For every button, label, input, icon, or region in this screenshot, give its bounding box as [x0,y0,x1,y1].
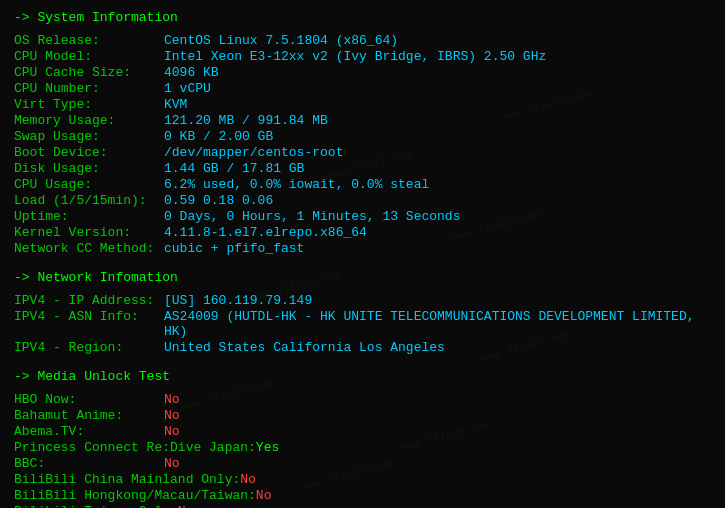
ipv4-region-value: United States California Los Angeles [164,340,445,355]
uptime-row: Uptime: 0 Days, 0 Hours, 1 Minutes, 13 S… [14,209,711,224]
bilibili-taiwan-label: Bilibili Taiwan Only: [14,504,178,508]
ipv4-asn-label: IPV4 - ASN Info: [14,309,164,339]
boot-device-row: Boot Device: /dev/mapper/centos-root [14,145,711,160]
bilibili-hk-value: No [256,488,272,503]
swap-usage-value: 0 KB / 2.00 GB [164,129,273,144]
hbo-now-row: HBO Now: No [14,392,711,407]
kernel-version-value: 4.11.8-1.el7.elrepo.x86_64 [164,225,367,240]
bbc-label: BBC: [14,456,164,471]
bilibili-taiwan-row: Bilibili Taiwan Only: No [14,504,711,508]
virt-type-label: Virt Type: [14,97,164,112]
bahamut-value: No [164,408,180,423]
ipv4-region-label: IPV4 - Region: [14,340,164,355]
bilibili-hk-label: BiliBili Hongkong/Macau/Taiwan: [14,488,256,503]
kernel-version-label: Kernel Version: [14,225,164,240]
cpu-model-label: CPU Model: [14,49,164,64]
os-release-value: CentOS Linux 7.5.1804 (x86_64) [164,33,398,48]
cpu-usage-label: CPU Usage: [14,177,164,192]
load-row: Load (1/5/15min): 0.59 0.18 0.06 [14,193,711,208]
media-unlock-block: -> Media Unlock Test HBO Now: No Bahamut… [14,369,711,508]
bahamut-label: Bahamut Anime: [14,408,164,423]
princess-connect-label: Princess Connect Re:Dive Japan: [14,440,256,455]
cpu-cache-value: 4096 KB [164,65,219,80]
cpu-number-value: 1 vCPU [164,81,211,96]
memory-usage-row: Memory Usage: 121.20 MB / 991.84 MB [14,113,711,128]
network-info-header: -> Network Infomation [14,270,711,285]
cpu-cache-label: CPU Cache Size: [14,65,164,80]
cpu-usage-value: 6.2% used, 0.0% iowait, 0.0% steal [164,177,429,192]
bilibili-taiwan-value: No [178,504,194,508]
network-cc-row: Network CC Method: cubic + pfifo_fast [14,241,711,256]
disk-usage-row: Disk Usage: 1.44 GB / 17.81 GB [14,161,711,176]
bilibili-hk-row: BiliBili Hongkong/Macau/Taiwan: No [14,488,711,503]
kernel-version-row: Kernel Version: 4.11.8-1.el7.elrepo.x86_… [14,225,711,240]
ipv4-region-row: IPV4 - Region: United States California … [14,340,711,355]
network-cc-value: cubic + pfifo_fast [164,241,304,256]
cpu-usage-row: CPU Usage: 6.2% used, 0.0% iowait, 0.0% … [14,177,711,192]
abema-value: No [164,424,180,439]
bbc-row: BBC: No [14,456,711,471]
abema-label: Abema.TV: [14,424,164,439]
swap-usage-label: Swap Usage: [14,129,164,144]
cpu-model-row: CPU Model: Intel Xeon E3-12xx v2 (Ivy Br… [14,49,711,64]
virt-type-row: Virt Type: KVM [14,97,711,112]
media-unlock-header: -> Media Unlock Test [14,369,711,384]
boot-device-value: /dev/mapper/centos-root [164,145,343,160]
ipv4-asn-row: IPV4 - ASN Info: AS24009 (HUTDL-HK - HK … [14,309,711,339]
ipv4-address-label: IPV4 - IP Address: [14,293,164,308]
swap-usage-row: Swap Usage: 0 KB / 2.00 GB [14,129,711,144]
memory-usage-value: 121.20 MB / 991.84 MB [164,113,328,128]
bahamut-row: Bahamut Anime: No [14,408,711,423]
bilibili-china-value: No [240,472,256,487]
disk-usage-value: 1.44 GB / 17.81 GB [164,161,304,176]
uptime-value: 0 Days, 0 Hours, 1 Minutes, 13 Seconds [164,209,460,224]
os-release-label: OS Release: [14,33,164,48]
uptime-label: Uptime: [14,209,164,224]
memory-usage-label: Memory Usage: [14,113,164,128]
bilibili-china-label: BiliBili China Mainland Only: [14,472,240,487]
bbc-value: No [164,456,180,471]
os-release-row: OS Release: CentOS Linux 7.5.1804 (x86_6… [14,33,711,48]
network-info-block: -> Network Infomation IPV4 - IP Address:… [14,270,711,355]
virt-type-value: KVM [164,97,187,112]
ipv4-address-value: [US] 160.119.79.149 [164,293,312,308]
load-value: 0.59 0.18 0.06 [164,193,273,208]
bilibili-china-row: BiliBili China Mainland Only: No [14,472,711,487]
cpu-number-label: CPU Number: [14,81,164,96]
hbo-now-value: No [164,392,180,407]
ipv4-address-row: IPV4 - IP Address: [US] 160.119.79.149 [14,293,711,308]
boot-device-label: Boot Device: [14,145,164,160]
disk-usage-label: Disk Usage: [14,161,164,176]
ipv4-asn-value: AS24009 (HUTDL-HK - HK UNITE TELECOMMUNI… [164,309,711,339]
princess-connect-row: Princess Connect Re:Dive Japan: Yes [14,440,711,455]
network-cc-label: Network CC Method: [14,241,164,256]
system-info-header: -> System Information [14,10,711,25]
hbo-now-label: HBO Now: [14,392,164,407]
cpu-cache-row: CPU Cache Size: 4096 KB [14,65,711,80]
system-info-block: -> System Information OS Release: CentOS… [14,10,711,256]
cpu-number-row: CPU Number: 1 vCPU [14,81,711,96]
load-label: Load (1/5/15min): [14,193,164,208]
princess-connect-value: Yes [256,440,279,455]
abema-row: Abema.TV: No [14,424,711,439]
cpu-model-value: Intel Xeon E3-12xx v2 (Ivy Bridge, IBRS)… [164,49,546,64]
